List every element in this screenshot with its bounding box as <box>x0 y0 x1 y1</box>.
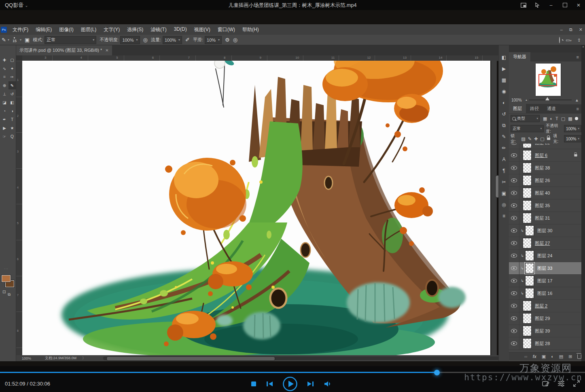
play-button[interactable] <box>282 376 298 392</box>
mini-mode-icon[interactable] <box>520 2 527 8</box>
brush-settings-panel-icon[interactable]: ✏ <box>500 145 508 151</box>
delete-layer-icon[interactable] <box>577 354 581 359</box>
status-arrow-icon[interactable]: 〉 <box>82 356 86 361</box>
type-filter-icon[interactable]: T <box>555 116 558 121</box>
screen-mode-icon[interactable]: ⧉ <box>8 292 11 297</box>
pressure-opacity-icon[interactable]: ◎ <box>143 37 148 43</box>
marquee-tool[interactable]: ▢ <box>8 56 16 64</box>
pen-tool[interactable]: ✒ <box>1 115 8 123</box>
menu-item[interactable]: 滤镜(T) <box>147 25 170 35</box>
smart-object-filter-icon[interactable]: ▩ <box>568 116 572 121</box>
close-tab-icon[interactable]: ✕ <box>105 48 108 53</box>
actions-panel-icon[interactable]: ▶ <box>500 66 508 72</box>
shape-filter-icon[interactable]: ▢ <box>561 116 565 121</box>
eraser-tool[interactable]: ◪ <box>1 98 8 106</box>
menu-item[interactable]: 3D(D) <box>171 25 190 35</box>
layer-row[interactable]: 图层 39 <box>509 325 581 337</box>
lock-position-icon[interactable]: ✚ <box>534 136 538 142</box>
next-button[interactable] <box>307 381 315 387</box>
properties-panel-icon[interactable]: ◎ <box>500 201 508 208</box>
tab-navigator[interactable]: 导航器 <box>509 52 530 61</box>
visibility-toggle[interactable] <box>509 287 519 299</box>
link-layers-icon[interactable]: ∞ <box>524 354 528 359</box>
layer-row[interactable]: ↳图层 16 <box>509 287 581 300</box>
canvas[interactable] <box>22 61 490 355</box>
close-button[interactable]: ✕ <box>575 2 582 8</box>
new-layer-icon[interactable]: ⊞ <box>568 354 572 359</box>
zoom-level[interactable]: 100% <box>22 356 31 360</box>
menu-item[interactable]: 文件(F) <box>9 25 32 35</box>
airbrush-icon[interactable]: ✐ <box>185 37 190 43</box>
patterns-panel-icon[interactable]: ◉ <box>500 88 508 95</box>
shape-tool[interactable]: ★ <box>8 124 16 132</box>
edit-toolbar-icon[interactable]: ··· <box>4 267 8 271</box>
adjustment-filter-icon[interactable]: ◐ <box>550 116 553 121</box>
maximize-button[interactable] <box>562 2 568 8</box>
layer-row[interactable]: 图层 6 <box>509 149 581 162</box>
zoom-in-icon[interactable]: ▲ <box>575 98 579 102</box>
layer-row[interactable]: 图层 28 <box>509 337 581 350</box>
menu-item[interactable]: 帮助(H) <box>239 25 262 35</box>
libraries-panel-icon[interactable]: ▣ <box>500 190 508 197</box>
visibility-toggle[interactable] <box>509 149 519 161</box>
menu-item[interactable]: 文字(Y) <box>100 25 123 35</box>
foreground-color-swatch[interactable] <box>2 275 11 282</box>
visibility-toggle[interactable] <box>509 199 519 212</box>
adjustment-layer-icon[interactable]: ◐ <box>551 354 554 359</box>
menu-item[interactable]: 窗口(W) <box>214 25 238 35</box>
previous-button[interactable] <box>265 381 273 387</box>
opacity-select[interactable]: 100%▾ <box>120 36 140 44</box>
minimize-button[interactable]: – <box>548 2 554 8</box>
visibility-toggle[interactable] <box>509 275 519 287</box>
visibility-toggle[interactable] <box>509 187 519 199</box>
tab-channels[interactable]: 通道 <box>543 104 560 113</box>
navigator-viewbox[interactable] <box>538 74 557 86</box>
flow-select[interactable]: 100%▾ <box>163 36 182 44</box>
panel-menu-icon[interactable]: ≡ <box>577 55 579 59</box>
search-icon[interactable] <box>559 37 560 43</box>
layer-comps-panel-icon[interactable]: ≡ <box>500 213 508 219</box>
visibility-toggle[interactable] <box>509 312 519 324</box>
layer-row[interactable]: ↳图层 17 <box>509 275 581 287</box>
progress-knob[interactable] <box>434 370 440 375</box>
move-tool[interactable]: ✚ <box>1 56 8 64</box>
share-icon[interactable]: ⇪ <box>577 38 581 43</box>
layer-mask-icon[interactable]: ▣ <box>542 354 546 359</box>
volume-button[interactable] <box>324 381 332 387</box>
layer-effects-icon[interactable]: fx <box>533 354 536 359</box>
visibility-toggle[interactable] <box>509 212 519 224</box>
visibility-toggle[interactable] <box>509 237 519 249</box>
visibility-toggle[interactable] <box>509 300 519 312</box>
toggle-brush-panel-icon[interactable]: ▣ <box>25 37 30 43</box>
quick-selection-tool[interactable]: ✦ <box>8 64 16 72</box>
path-selection-tool[interactable]: ▶ <box>1 124 8 132</box>
hand-tool[interactable]: ☞ <box>1 132 8 140</box>
visibility-toggle[interactable] <box>509 144 519 149</box>
paragraph-panel-icon[interactable]: ¶ <box>500 167 508 174</box>
layer-row[interactable]: ↳图层 33 <box>509 262 581 275</box>
lasso-tool[interactable]: ∿ <box>1 64 8 72</box>
visibility-toggle[interactable] <box>509 225 519 237</box>
layer-row[interactable]: 图层 22 <box>509 144 581 149</box>
layer-row[interactable]: 图层 35 <box>509 199 581 212</box>
layer-blend-mode-select[interactable]: 正常▾ <box>511 125 544 132</box>
ps-close-icon[interactable]: ✕ <box>579 27 583 32</box>
visibility-toggle[interactable] <box>509 250 519 262</box>
pressure-size-icon[interactable]: ◎ <box>233 37 237 43</box>
layer-row[interactable]: 图层 2 <box>509 300 581 312</box>
visibility-toggle[interactable] <box>509 337 519 350</box>
document-tab[interactable]: 示范课件.psd @ 100% (图层 33, RGB/8) * ✕ <box>16 45 112 55</box>
lock-artboard-icon[interactable]: ▢ <box>540 136 544 142</box>
snapshot-button[interactable] <box>542 380 549 389</box>
pixel-filter-icon[interactable]: ▦ <box>543 116 547 121</box>
stop-button[interactable] <box>251 381 256 387</box>
lock-paint-icon[interactable]: ✎ <box>528 136 532 142</box>
ps-minimize-icon[interactable]: – <box>560 27 563 32</box>
brush-preset-picker[interactable]: ✎▾ <box>2 37 9 43</box>
panel-menu-icon[interactable]: ≡ <box>577 106 579 111</box>
playlist-button[interactable] <box>557 380 565 388</box>
layer-fill-select[interactable]: 100%▾ <box>564 135 581 142</box>
layer-row[interactable]: 图层 29 <box>509 312 581 325</box>
color-panel-icon[interactable]: ◧ <box>500 54 508 61</box>
eyedropper-tool[interactable]: ✑ <box>8 73 16 81</box>
